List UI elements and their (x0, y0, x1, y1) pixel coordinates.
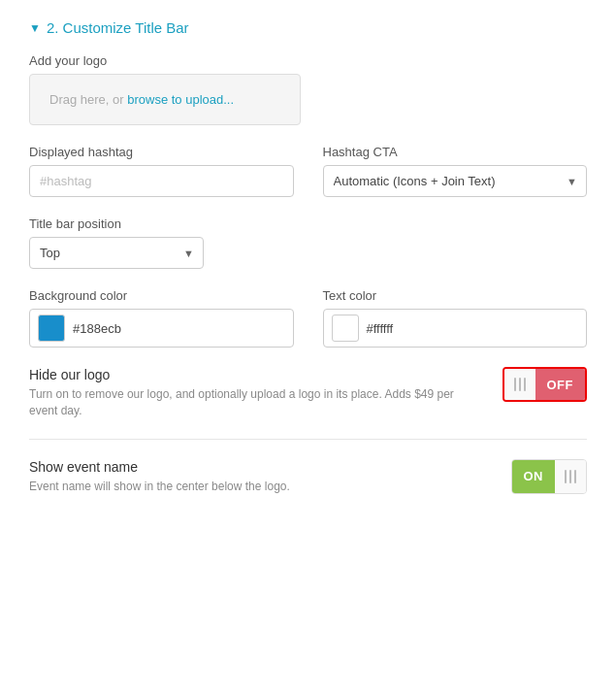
hide-logo-off-label[interactable]: OFF (535, 369, 586, 400)
show-event-name-on-label[interactable]: ON (512, 460, 556, 493)
show-event-name-row: Show event name Event name will show in … (29, 459, 587, 495)
hide-logo-toggle[interactable]: OFF (503, 367, 588, 402)
hide-logo-row: Hide our logo Turn on to remove our logo… (29, 367, 587, 419)
hashtag-cta-select[interactable]: Automatic (Icons + Join Text) Icons Only… (323, 165, 588, 197)
toggle-line-4 (565, 470, 567, 483)
toggle-line-3 (524, 378, 526, 391)
hashtag-row: Displayed hashtag Hashtag CTA Automatic … (29, 145, 587, 197)
show-event-name-toggle[interactable]: ON (511, 459, 588, 494)
collapse-arrow-icon[interactable]: ▼ (29, 21, 41, 35)
hashtag-input[interactable] (29, 165, 294, 197)
toggle-line-5 (569, 470, 571, 483)
toggle-line-6 (574, 470, 576, 483)
show-event-name-description: Event name will show in the center below… (29, 479, 492, 495)
background-color-col: Background color #188ecb (29, 288, 294, 348)
background-color-swatch[interactable] (38, 315, 65, 342)
hashtag-col: Displayed hashtag (29, 145, 294, 197)
hashtag-cta-label: Hashtag CTA (323, 145, 588, 159)
section-title: ▼ 2. Customize Title Bar (29, 19, 587, 36)
toggle-line-2 (519, 378, 521, 391)
background-color-input-wrapper[interactable]: #188ecb (29, 309, 294, 348)
hide-logo-description: Turn on to remove our logo, and optional… (29, 386, 483, 419)
color-row: Background color #188ecb Text color #fff… (29, 288, 587, 348)
text-color-input-wrapper[interactable]: #ffffff (323, 309, 588, 348)
hide-logo-toggle-lines (504, 369, 535, 400)
position-label: Title bar position (29, 216, 587, 231)
background-color-label: Background color (29, 288, 294, 303)
logo-upload-area[interactable]: Drag here, or browse to upload... (29, 74, 301, 125)
text-color-label: Text color (323, 288, 588, 303)
hashtag-cta-select-wrapper: Automatic (Icons + Join Text) Icons Only… (323, 165, 588, 197)
browse-link[interactable]: browse to upload... (127, 92, 234, 107)
show-event-name-label: Show event name (29, 459, 492, 475)
hashtag-cta-col: Hashtag CTA Automatic (Icons + Join Text… (323, 145, 588, 197)
position-section: Title bar position Top Bottom Left Right… (29, 216, 587, 269)
toggle-line-1 (514, 378, 516, 391)
text-color-value: #ffffff (367, 321, 394, 336)
hide-logo-label: Hide our logo (29, 367, 483, 382)
show-event-name-text: Show event name Event name will show in … (29, 459, 511, 495)
section-divider (29, 439, 587, 440)
background-color-value: #188ecb (73, 321, 121, 336)
position-select[interactable]: Top Bottom Left Right (29, 237, 204, 269)
logo-label: Add your logo (29, 53, 587, 68)
position-select-wrapper: Top Bottom Left Right ▼ (29, 237, 204, 269)
hide-logo-text: Hide our logo Turn on to remove our logo… (29, 367, 503, 419)
upload-text: Drag here, or (49, 92, 127, 107)
hashtag-label: Displayed hashtag (29, 145, 294, 159)
text-color-swatch[interactable] (332, 315, 359, 342)
text-color-col: Text color #ffffff (323, 288, 588, 348)
show-event-name-toggle-lines (555, 460, 586, 493)
